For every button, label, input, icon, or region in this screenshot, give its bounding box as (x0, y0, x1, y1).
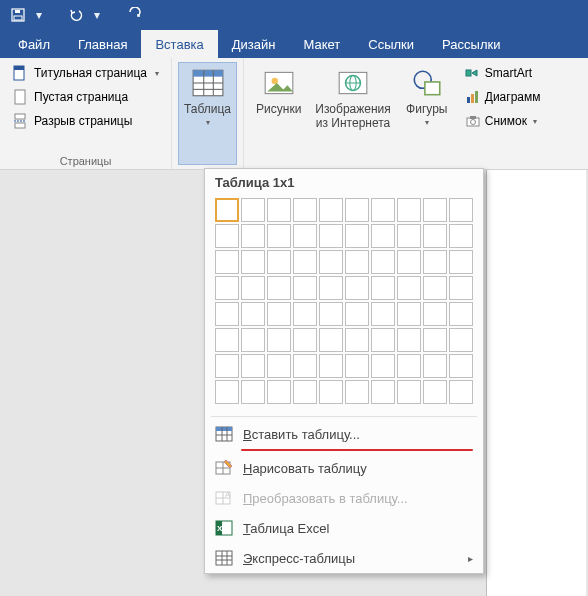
table-grid-cell[interactable] (215, 198, 239, 222)
shapes-button[interactable]: Фигуры ▾ (399, 62, 455, 167)
table-grid-cell[interactable] (397, 276, 421, 300)
table-grid-cell[interactable] (397, 224, 421, 248)
table-grid-cell[interactable] (449, 380, 473, 404)
tab-mailings[interactable]: Рассылки (428, 30, 514, 58)
table-grid-cell[interactable] (319, 224, 343, 248)
table-grid-cell[interactable] (241, 276, 265, 300)
table-grid-cell[interactable] (241, 302, 265, 326)
table-grid-cell[interactable] (241, 224, 265, 248)
table-grid-cell[interactable] (371, 250, 395, 274)
cover-page-button[interactable]: Титульная страница ▾ (6, 62, 165, 84)
redo-button[interactable] (120, 3, 148, 27)
table-grid-cell[interactable] (423, 250, 447, 274)
table-grid-cell[interactable] (423, 302, 447, 326)
blank-page-button[interactable]: Пустая страница (6, 86, 165, 108)
table-grid-cell[interactable] (449, 250, 473, 274)
draw-table-menu-item[interactable]: Нарисовать таблицу (205, 453, 483, 483)
table-grid-cell[interactable] (293, 354, 317, 378)
table-grid-cell[interactable] (293, 380, 317, 404)
table-grid-cell[interactable] (241, 328, 265, 352)
save-button[interactable] (4, 3, 32, 27)
insert-table-menu-item[interactable]: Вставить таблицу... (205, 419, 483, 449)
table-grid-cell[interactable] (345, 328, 369, 352)
table-grid-cell[interactable] (345, 302, 369, 326)
table-grid-cell[interactable] (319, 198, 343, 222)
table-grid-cell[interactable] (423, 224, 447, 248)
table-grid-cell[interactable] (267, 354, 291, 378)
table-grid-cell[interactable] (267, 328, 291, 352)
qat-dropdown-icon[interactable]: ▾ (34, 3, 44, 27)
table-grid-cell[interactable] (397, 354, 421, 378)
table-grid-cell[interactable] (371, 198, 395, 222)
pictures-button[interactable]: Рисунки ▾ (250, 62, 307, 167)
table-grid-cell[interactable] (267, 302, 291, 326)
table-grid-picker[interactable] (205, 194, 483, 414)
tab-home[interactable]: Главная (64, 30, 141, 58)
table-grid-cell[interactable] (241, 250, 265, 274)
table-grid-cell[interactable] (371, 302, 395, 326)
document-page[interactable] (486, 170, 586, 596)
table-grid-cell[interactable] (241, 198, 265, 222)
table-grid-cell[interactable] (449, 198, 473, 222)
quick-tables-menu-item[interactable]: Экспресс-таблицы ▸ (205, 543, 483, 573)
table-grid-cell[interactable] (423, 276, 447, 300)
table-grid-cell[interactable] (293, 198, 317, 222)
table-grid-cell[interactable] (215, 276, 239, 300)
table-grid-cell[interactable] (267, 380, 291, 404)
table-grid-cell[interactable] (215, 328, 239, 352)
table-grid-cell[interactable] (241, 380, 265, 404)
page-break-button[interactable]: Разрыв страницы (6, 110, 165, 132)
online-pictures-button[interactable]: Изображения из Интернета (309, 62, 396, 167)
table-grid-cell[interactable] (397, 302, 421, 326)
table-grid-cell[interactable] (397, 380, 421, 404)
smartart-button[interactable]: SmartArt (461, 62, 545, 84)
table-grid-cell[interactable] (345, 224, 369, 248)
tab-file[interactable]: Файл (4, 30, 64, 58)
table-grid-cell[interactable] (215, 354, 239, 378)
table-grid-cell[interactable] (215, 380, 239, 404)
table-grid-cell[interactable] (293, 276, 317, 300)
table-grid-cell[interactable] (449, 354, 473, 378)
table-grid-cell[interactable] (293, 224, 317, 248)
excel-table-menu-item[interactable]: X Таблица Excel (205, 513, 483, 543)
table-grid-cell[interactable] (319, 250, 343, 274)
table-grid-cell[interactable] (449, 224, 473, 248)
table-grid-cell[interactable] (371, 276, 395, 300)
table-grid-cell[interactable] (423, 328, 447, 352)
table-grid-cell[interactable] (423, 380, 447, 404)
table-grid-cell[interactable] (371, 328, 395, 352)
tab-design[interactable]: Дизайн (218, 30, 290, 58)
table-grid-cell[interactable] (423, 354, 447, 378)
tab-references[interactable]: Ссылки (354, 30, 428, 58)
screenshot-button[interactable]: Снимок ▾ (461, 110, 545, 132)
tab-layout[interactable]: Макет (289, 30, 354, 58)
table-grid-cell[interactable] (449, 276, 473, 300)
table-grid-cell[interactable] (319, 328, 343, 352)
table-grid-cell[interactable] (397, 198, 421, 222)
undo-dropdown-icon[interactable]: ▾ (92, 3, 102, 27)
table-grid-cell[interactable] (345, 276, 369, 300)
table-grid-cell[interactable] (345, 250, 369, 274)
table-grid-cell[interactable] (215, 302, 239, 326)
table-grid-cell[interactable] (345, 198, 369, 222)
table-grid-cell[interactable] (449, 302, 473, 326)
table-grid-cell[interactable] (293, 250, 317, 274)
table-grid-cell[interactable] (397, 328, 421, 352)
table-grid-cell[interactable] (345, 380, 369, 404)
table-grid-cell[interactable] (215, 250, 239, 274)
table-grid-cell[interactable] (215, 224, 239, 248)
table-grid-cell[interactable] (423, 198, 447, 222)
table-grid-cell[interactable] (293, 302, 317, 326)
table-grid-cell[interactable] (319, 380, 343, 404)
tab-insert[interactable]: Вставка (141, 30, 217, 58)
table-grid-cell[interactable] (371, 380, 395, 404)
table-grid-cell[interactable] (267, 198, 291, 222)
table-grid-cell[interactable] (267, 224, 291, 248)
chart-button[interactable]: Диаграмм (461, 86, 545, 108)
table-grid-cell[interactable] (319, 354, 343, 378)
table-grid-cell[interactable] (241, 354, 265, 378)
table-grid-cell[interactable] (371, 354, 395, 378)
table-grid-cell[interactable] (293, 328, 317, 352)
table-grid-cell[interactable] (449, 328, 473, 352)
table-grid-cell[interactable] (267, 250, 291, 274)
